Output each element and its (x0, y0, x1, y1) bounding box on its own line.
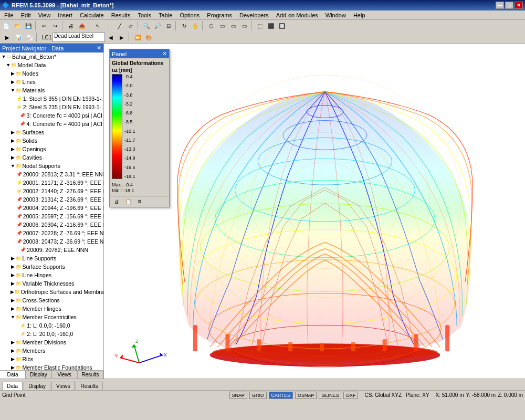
tree-item[interactable]: 📌20008: 20473; Z -36.69 °; EEE NI (0, 237, 103, 246)
tree-item[interactable]: ▶📁Members (0, 346, 103, 355)
tb-redo[interactable]: ↪ (50, 20, 60, 31)
sidebar-tab-results[interactable]: Results (78, 371, 103, 379)
tb-fit[interactable]: ⊡ (163, 20, 174, 31)
tree-item[interactable]: 📌20006: 20304; Z -116.69 °; EEE N (0, 220, 103, 229)
tree-item[interactable]: ▶📁Cavities (0, 153, 103, 162)
tab-views[interactable]: Views (51, 382, 75, 390)
menu-calculate[interactable]: Calculate (77, 12, 107, 19)
tree-item[interactable]: ▶📁Cross-Sections (0, 296, 103, 304)
tb-deform[interactable]: 📈 (24, 32, 35, 43)
tab-display[interactable]: Display (24, 382, 50, 390)
tree-item[interactable]: ▶📁Member Hinges (0, 304, 103, 313)
close-button[interactable]: ✕ (514, 2, 523, 9)
glines-button[interactable]: GLINES (319, 392, 341, 399)
tree-item[interactable]: ▶📁Member Divisions (0, 338, 103, 346)
tree-item[interactable]: ▼🗂Bahai_mit_Beton* (0, 52, 103, 61)
menu-insert[interactable]: Insert (55, 12, 76, 19)
tree-item[interactable]: ⚡2: L; 20.0,0; -160,0 (0, 330, 103, 338)
tb-run[interactable]: ▶ (2, 32, 13, 43)
menu-developers[interactable]: Developers (236, 12, 272, 19)
tree-item[interactable]: ⚡20001: 21171; Z -316.69 °; EEE N (0, 178, 103, 187)
tab-results[interactable]: Results (76, 382, 102, 390)
tb-pan[interactable]: ✋ (190, 20, 201, 31)
tb-wire[interactable]: ⬚ (255, 20, 265, 31)
tb-results[interactable]: 📊 (13, 32, 24, 43)
tb-zoom-out[interactable]: 🔎 (152, 20, 163, 31)
menu-tools[interactable]: Tools (134, 12, 154, 19)
tree-item[interactable]: ⚡2: Steel S 235 | DIN EN 1993-1-... (0, 103, 103, 111)
tb-print[interactable]: 🖨 (66, 20, 76, 31)
menu-edit[interactable]: Edit (18, 12, 34, 19)
tree-item[interactable]: ▶📁Solids (0, 136, 103, 145)
tree-item[interactable]: ▼📁Nodal Supports (0, 162, 103, 170)
tb-front[interactable]: ▭ (217, 20, 227, 31)
tb-line[interactable]: ╱ (114, 20, 125, 31)
tb-surface[interactable]: ▱ (125, 20, 136, 31)
viewport[interactable]: X Z Y Panel ✕ Global Deformations uz [mm… (104, 44, 525, 379)
tb-new[interactable]: 📄 (1, 20, 12, 31)
tree-item[interactable]: ▶📁Openings (0, 145, 103, 153)
tree-item[interactable]: 📌20003: 21314; Z -236.69 °; EEE N (0, 195, 103, 204)
tb-export[interactable]: 📤 (77, 20, 87, 31)
sidebar-tree[interactable]: ▼🗂Bahai_mit_Beton* ▼📁Model Data ▶📁Nodes … (0, 52, 103, 370)
tb-undo[interactable]: ↩ (39, 20, 49, 31)
tree-item[interactable]: 📌4: Concrete f'c = 4000 psi | ACI (0, 120, 103, 128)
tb-open[interactable]: 📂 (12, 20, 23, 31)
tree-item[interactable]: ▶📁Variable Thicknesses (0, 279, 103, 288)
tb-nav-prev[interactable]: ◀ (106, 32, 116, 43)
tree-item[interactable]: ⚡20002: 21440; Z -276.69 °; EEE N (0, 187, 103, 195)
panel-btn-1[interactable]: 🖨 (112, 197, 121, 206)
tb-rotate[interactable]: ↻ (179, 20, 190, 31)
tree-item[interactable]: ▶📁Orthotropic Surfaces and Membra (0, 288, 103, 296)
menu-table[interactable]: Table (155, 12, 175, 19)
sidebar-tab-display[interactable]: Display (26, 371, 51, 379)
cartes-button[interactable]: CARTES (269, 392, 293, 399)
tree-item[interactable]: ▶📁Lines (0, 78, 103, 86)
tree-item[interactable]: 📌20009: 20782; EEE NNN (0, 246, 103, 254)
lc-select[interactable]: Dead Load Steel (52, 33, 105, 42)
menu-programs[interactable]: Programs (204, 12, 235, 19)
tb-top[interactable]: ▭ (228, 20, 238, 31)
panel-btn-3[interactable]: ⚙ (135, 197, 144, 206)
tb-solid[interactable]: ⬛ (266, 20, 276, 31)
tree-item[interactable]: ▼📁Materials (0, 86, 103, 94)
tree-item[interactable]: 📌20007: 20228; Z -76.69 °; EEE NI (0, 229, 103, 237)
dxf-button[interactable]: DXF (343, 392, 358, 399)
tree-item[interactable]: 📌20005: 20597; Z -156.69 °; EEE N (0, 212, 103, 220)
menu-results[interactable]: Results (108, 12, 134, 19)
tree-item[interactable]: ▼📁Model Data (0, 61, 103, 69)
osnap-button[interactable]: OSNAP (295, 392, 317, 399)
tree-item[interactable]: 📌20004: 20944; Z -196.69 °; EEE N (0, 204, 103, 212)
tab-data[interactable]: Data (2, 382, 23, 390)
panel-btn-2[interactable]: 📋 (123, 197, 133, 206)
menu-window[interactable]: Window (322, 12, 349, 19)
tree-item[interactable]: ▶📁Nodes (0, 69, 103, 78)
grid-button[interactable]: GRID (249, 392, 267, 399)
tb-animate[interactable]: ⏩ (132, 32, 143, 43)
tree-item[interactable]: ▶📁Member Elastic Foundations (0, 363, 103, 370)
menu-addons[interactable]: Add-on Modules (273, 12, 321, 19)
panel-header[interactable]: Panel ✕ (110, 49, 169, 58)
sidebar-tab-views[interactable]: Views (52, 371, 78, 379)
panel-close-button[interactable]: ✕ (162, 50, 167, 57)
tree-item[interactable]: ▶📁Surfaces (0, 128, 103, 136)
tree-item[interactable]: ▶📁Line Supports (0, 254, 103, 262)
tb-zoom-in[interactable]: 🔍 (141, 20, 152, 31)
maximize-button[interactable]: □ (505, 2, 513, 9)
menu-file[interactable]: File (1, 12, 17, 19)
tb-graphic[interactable]: 🎨 (143, 32, 154, 43)
tb-iso[interactable]: ⬡ (206, 20, 216, 31)
menu-options[interactable]: Options (176, 12, 203, 19)
tree-item[interactable]: 📌20000: 20813; Z 3.31 °; EEE NNN (0, 170, 103, 178)
tree-item[interactable]: ▶📁Line Hinges (0, 271, 103, 279)
menu-help[interactable]: Help (350, 12, 369, 19)
sidebar-close-button[interactable]: ✕ (97, 45, 101, 51)
tb-right[interactable]: ▭ (239, 20, 249, 31)
tree-item[interactable]: ⚡1: L; 0.0,0; -160,0 (0, 321, 103, 330)
tree-item[interactable]: ▼📁Member Eccentricities (0, 313, 103, 321)
tree-item[interactable]: ⚡1: Steel S 355 | DIN EN 1993-1-... (0, 94, 103, 103)
tb-nav-next[interactable]: ▶ (117, 32, 127, 43)
minimize-button[interactable]: — (496, 2, 504, 9)
tree-item[interactable]: ▶📁Surface Supports (0, 262, 103, 271)
tb-shade[interactable]: 🔲 (277, 20, 287, 31)
